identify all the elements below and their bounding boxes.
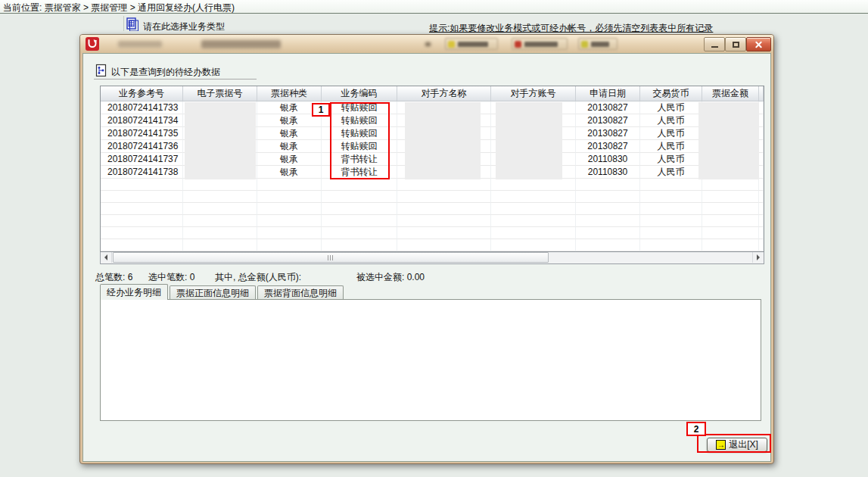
breadcrumb-bar: 当前位置: 票据管家 > 票据管理 > 通用回复经办(人行电票) bbox=[0, 0, 868, 14]
exit-button[interactable]: → 退出[X] bbox=[707, 438, 767, 452]
minimize-button[interactable] bbox=[704, 37, 725, 51]
col-header-bill-type[interactable]: 票据种类 bbox=[257, 86, 322, 101]
cell-ref-no: 20180724141736 bbox=[101, 140, 183, 153]
exit-arrow-icon: → bbox=[716, 440, 726, 450]
breadcrumb: 当前位置: 票据管家 > 票据管理 > 通用回复经办(人行电票) bbox=[3, 2, 235, 14]
restore-icon bbox=[733, 42, 739, 48]
cell-currency: 人民币 bbox=[640, 140, 702, 153]
empty-row bbox=[101, 203, 764, 215]
tip-text: 提示:如果要修改业务模式或可经办帐号，必须先清空列表表中所有记录 bbox=[429, 22, 713, 35]
cell-apply-date: 20130827 bbox=[576, 127, 640, 140]
toolbar-separator bbox=[123, 16, 124, 31]
cell-apply-date: 20110830 bbox=[576, 166, 640, 179]
dialog-window: 以下是查询到的待经办数据 业务参考号 电子票据号 票据种类 业务编码 对手方名称… bbox=[79, 34, 774, 464]
total-count: 总笔数: 6 bbox=[95, 271, 132, 284]
app-logo-icon bbox=[86, 37, 99, 51]
empty-row bbox=[101, 191, 764, 203]
col-header-party-name[interactable]: 对手方名称 bbox=[397, 86, 491, 101]
col-header-currency[interactable]: 交易货币 bbox=[640, 86, 702, 101]
cell-ref-no: 20180724141735 bbox=[101, 127, 183, 140]
table-header-row: 业务参考号 电子票据号 票据种类 业务编码 对手方名称 对手方账号 申请日期 交… bbox=[101, 86, 764, 101]
cell-biz-code: 转贴赎回 bbox=[322, 127, 397, 140]
cell-ref-no: 20180724141738 bbox=[101, 166, 183, 179]
cell-currency: 人民币 bbox=[640, 153, 702, 166]
section-title: 以下是查询到的待经办数据 bbox=[111, 66, 220, 79]
empty-row bbox=[101, 227, 764, 239]
col-header-filler bbox=[759, 86, 764, 101]
empty-row bbox=[101, 215, 764, 227]
horizontal-scrollbar[interactable] bbox=[100, 252, 764, 264]
title-bar[interactable] bbox=[80, 35, 773, 53]
business-type-doc-icon bbox=[126, 17, 138, 33]
cell-biz-code: 转贴赎回 bbox=[322, 101, 397, 114]
redacted-toolbar-button bbox=[512, 38, 568, 50]
cell-apply-date: 20130827 bbox=[576, 140, 640, 153]
cell-biz-code: 转贴赎回 bbox=[322, 140, 397, 153]
redacted-bill-numbers bbox=[185, 102, 256, 179]
cell-apply-date: 20130827 bbox=[576, 114, 640, 127]
redacted-amounts bbox=[698, 102, 759, 179]
col-header-party-account[interactable]: 对手方账号 bbox=[491, 86, 576, 101]
cell-apply-date: 20130827 bbox=[576, 101, 640, 114]
cell-currency: 人民币 bbox=[640, 127, 702, 140]
cell-bill-type: 银承 bbox=[257, 101, 322, 114]
cell-bill-type: 银承 bbox=[257, 166, 322, 179]
exit-button-label: 退出[X] bbox=[729, 438, 758, 451]
cell-ref-no: 20180724141734 bbox=[101, 114, 183, 127]
redacted-dropdown-caret bbox=[425, 42, 431, 46]
restore-button[interactable] bbox=[725, 37, 746, 51]
screen: 当前位置: 票据管家 > 票据管理 > 通用回复经办(人行电票) 请在此选择业务… bbox=[0, 0, 868, 477]
pending-items-table: 业务参考号 电子票据号 票据种类 业务编码 对手方名称 对手方账号 申请日期 交… bbox=[100, 86, 764, 252]
tab-bill-back-detail[interactable]: 票据背面信息明细 bbox=[257, 285, 344, 300]
cell-ref-no: 20180724141733 bbox=[101, 101, 183, 114]
cell-bill-type: 银承 bbox=[257, 127, 322, 140]
redacted-party-accounts bbox=[496, 102, 562, 179]
col-header-ref-no[interactable]: 业务参考号 bbox=[101, 86, 183, 101]
dialog-content: 以下是查询到的待经办数据 业务参考号 电子票据号 票据种类 业务编码 对手方名称… bbox=[82, 53, 771, 462]
cell-biz-code: 背书转让 bbox=[322, 153, 397, 166]
redacted-title-text bbox=[201, 40, 281, 48]
section-divider bbox=[94, 79, 257, 80]
select-business-type-hint: 请在此选择业务类型 bbox=[143, 20, 225, 33]
redacted-party-names bbox=[405, 102, 481, 179]
selected-amount: 被选中金额: 0.00 bbox=[356, 271, 425, 284]
scroll-left-arrow-icon[interactable] bbox=[101, 252, 112, 263]
col-header-amount[interactable]: 票据金额 bbox=[702, 86, 759, 101]
tab-bill-front-detail[interactable]: 票据正面信息明细 bbox=[170, 285, 256, 300]
selected-count: 选中笔数: 0 bbox=[148, 271, 194, 284]
query-result-icon bbox=[95, 64, 107, 80]
minimize-icon bbox=[711, 46, 718, 48]
detail-tabs: 经办业务明细 票据正面信息明细 票据背面信息明细 bbox=[100, 284, 345, 300]
redacted-title-text bbox=[118, 41, 162, 48]
cell-bill-type: 银承 bbox=[257, 114, 322, 127]
tab-content-panel bbox=[100, 299, 761, 421]
empty-row bbox=[101, 179, 764, 191]
cell-apply-date: 20110830 bbox=[576, 153, 640, 166]
cell-biz-code: 背书转让 bbox=[322, 166, 397, 179]
summary-bar: 总笔数: 6 选中笔数: 0 其中, 总金额(人民币): 被选中金额: 0.00 bbox=[95, 271, 625, 283]
scrollbar-grip-icon bbox=[328, 255, 334, 260]
cell-ref-no: 20180724141737 bbox=[101, 153, 183, 166]
scrollbar-thumb[interactable] bbox=[113, 252, 549, 263]
redacted-toolbar-button bbox=[445, 38, 498, 50]
empty-row bbox=[101, 239, 764, 251]
close-button[interactable] bbox=[746, 37, 771, 51]
cell-bill-type: 银承 bbox=[257, 140, 322, 153]
total-amount: 其中, 总金额(人民币): bbox=[215, 271, 301, 284]
tab-operation-detail[interactable]: 经办业务明细 bbox=[100, 284, 168, 300]
cell-currency: 人民币 bbox=[640, 101, 702, 114]
col-header-biz-code[interactable]: 业务编码 bbox=[322, 86, 397, 101]
col-header-bill-no[interactable]: 电子票据号 bbox=[183, 86, 257, 101]
cell-currency: 人民币 bbox=[640, 166, 702, 179]
redacted-toolbar-button bbox=[578, 38, 618, 50]
cell-biz-code: 转贴赎回 bbox=[322, 114, 397, 127]
scroll-right-arrow-icon[interactable] bbox=[752, 252, 764, 263]
cell-bill-type: 银承 bbox=[257, 153, 322, 166]
cell-currency: 人民币 bbox=[640, 114, 702, 127]
col-header-apply-date[interactable]: 申请日期 bbox=[576, 86, 640, 101]
